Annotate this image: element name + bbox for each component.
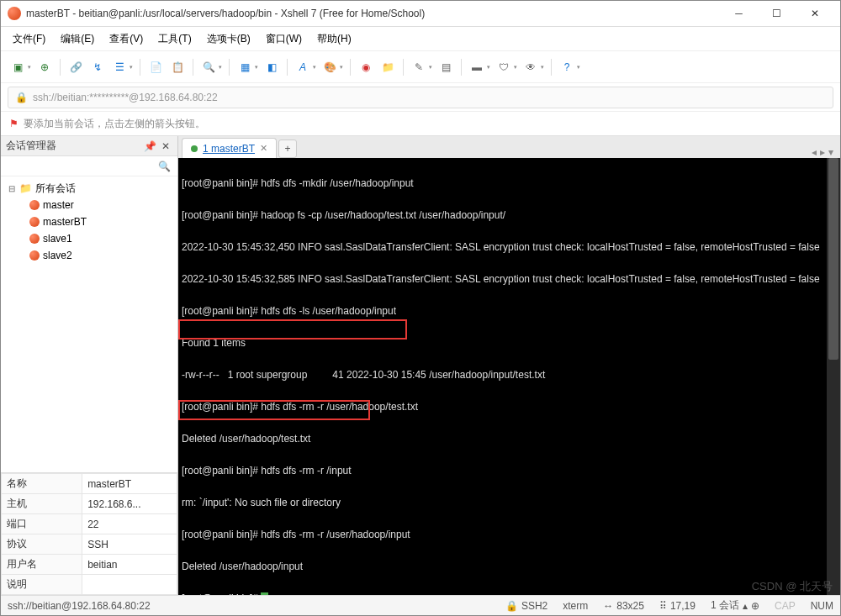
menu-tools[interactable]: 工具(T) [153,30,196,48]
tree-root[interactable]: ⊟ 📁 所有会话 [6,180,172,197]
lock-button[interactable]: 🛡 [494,57,514,77]
view-button[interactable]: 👁 [521,57,541,77]
menu-file[interactable]: 文件(F) [8,30,50,48]
lock-icon: 🔒 [505,600,518,612]
folder-icon: 📁 [19,182,32,194]
tab-add-button[interactable]: + [278,140,297,158]
session-icon [29,234,40,244]
tree-root-label: 所有会话 [35,182,76,196]
terminal-line: Deleted /user/hadoop/test.txt [182,431,837,447]
session-label: master [43,199,74,211]
status-size: 83x25 [616,600,644,612]
properties-button[interactable]: ◧ [262,57,282,77]
tab-close-icon[interactable]: ✕ [260,143,267,154]
prop-host-value: 192.168.6... [82,494,177,514]
font-button[interactable]: A [293,57,313,77]
prop-name-label: 名称 [2,474,82,494]
hint-text: 要添加当前会话，点击左侧的箭头按钮。 [24,117,205,131]
session-label: slave2 [43,250,72,261]
prop-host-label: 主机 [2,494,82,514]
session-manager: 会话管理器 📌 ✕ 🔍 ⊟ 📁 所有会话 master masterBT [1,136,178,595]
tabbar: 1 masterBT ✕ + ◂ ▸ ▾ [178,136,840,158]
session-manager-title: 会话管理器 [6,139,56,153]
app-icon [8,7,21,20]
status-connection: ssh://beitian@192.168.64.80:22 [8,600,151,612]
open-button[interactable]: ⊕ [34,57,55,77]
status-ssh: SSH2 [521,600,547,612]
session-item-slave2[interactable]: slave2 [6,247,172,264]
tab-masterbt[interactable]: 1 masterBT ✕ [182,138,277,158]
address-text: ssh://beitian:**********@192.168.64.80:2… [33,92,218,103]
terminal[interactable]: [root@panli bin]# hdfs dfs -mkdir /user/… [178,158,840,595]
lock-icon: 🔒 [15,92,28,103]
session-item-masterbt[interactable]: masterBT [6,213,172,230]
find-button[interactable]: 🔍 [198,57,219,77]
maximize-button[interactable]: ☐ [758,2,796,25]
terminal-line: rm: `/input': No such file or directory [182,495,837,511]
xftp-button[interactable]: 📁 [378,57,398,77]
terminal-line: -rw-r--r-- 1 root supergroup 41 2022-10-… [182,367,837,383]
session-icon [29,217,40,227]
status-sessions: 1 会话 [711,598,739,613]
xagent-button[interactable]: ◉ [356,57,376,77]
close-button[interactable]: ✕ [796,2,833,25]
tab-next-icon[interactable]: ▸ [820,146,825,158]
session-item-slave1[interactable]: slave1 [6,230,172,247]
compose-button[interactable]: ✎ [409,57,429,77]
tab-prev-icon[interactable]: ◂ [812,146,817,158]
session-icon [29,250,40,261]
menu-edit[interactable]: 编辑(E) [56,30,99,48]
menu-view[interactable]: 查看(V) [104,30,148,48]
terminal-scrollbar[interactable] [827,158,840,595]
session-label: slave1 [43,233,72,245]
prop-port-value: 22 [82,514,177,534]
tab-title: 1 masterBT [203,143,255,155]
hint-bar: ⚑ 要添加当前会话，点击左侧的箭头按钮。 [1,111,840,136]
disconnect-button[interactable]: ↯ [87,57,108,77]
help-button[interactable]: ? [557,57,577,77]
panel-close-icon[interactable]: ✕ [159,140,172,152]
minimize-button[interactable]: ─ [720,2,758,25]
highlight-button[interactable]: ▬ [467,57,487,77]
terminal-line: [root@panli bin]# [182,591,837,595]
status-cap: CAP [775,600,796,612]
addressbar: 🔒 ssh://beitian:**********@192.168.64.80… [1,82,840,111]
terminal-line: [root@panli bin]# hdfs dfs -ls /user/had… [182,303,837,319]
profiles-button[interactable]: ☰ [109,57,130,77]
session-item-master[interactable]: master [6,197,172,213]
session-icon [29,200,40,210]
paste-button[interactable]: 📋 [167,57,188,77]
menu-help[interactable]: 帮助(H) [312,30,357,48]
tab-list-icon[interactable]: ▾ [828,146,833,158]
color-scheme-button[interactable]: 🎨 [320,57,340,77]
status-term: xterm [563,600,588,612]
terminal-line: Deleted /user/hadoop/input [182,559,837,575]
cursor-icon [261,592,268,595]
session-search-row: 🔍 [1,156,177,176]
pin-icon[interactable]: 📌 [141,140,159,152]
toolbar: ▣▾ ⊕ 🔗 ↯ ☰▾ 📄 📋 🔍▾ ▦▾ ◧ A▾ 🎨▾ ◉ 📁 ✎▾ ▤ ▬… [1,50,840,82]
status-pos: 17,19 [670,600,696,612]
status-num: NUM [811,600,833,612]
script-button[interactable]: ▤ [436,57,456,77]
copy-button[interactable]: 📄 [145,57,166,77]
workspace: 会话管理器 📌 ✕ 🔍 ⊟ 📁 所有会话 master masterBT [1,136,840,595]
session-tree: ⊟ 📁 所有会话 master masterBT slave1 slave2 [1,176,177,472]
search-icon[interactable]: 🔍 [158,161,171,172]
menu-tabs[interactable]: 选项卡(B) [202,30,256,48]
terminal-line: [root@panli bin]# hdfs dfs -rm -r /input [182,463,837,479]
reconnect-button[interactable]: 🔗 [66,57,86,77]
main-area: 1 masterBT ✕ + ◂ ▸ ▾ [root@panli bin]# h… [178,136,840,595]
size-icon: ↔ [603,600,613,612]
menu-window[interactable]: 窗口(W) [261,30,307,48]
terminal-line: [root@panli bin]# hdfs dfs -rm -r /user/… [182,527,837,543]
prop-desc-value [82,575,177,595]
prop-port-label: 端口 [2,514,82,534]
new-session-button[interactable]: ▣ [8,57,28,77]
terminal-line: 2022-10-30 15:45:32,585 INFO sasl.SaslDa… [182,271,837,287]
scrollbar-thumb[interactable] [828,158,838,360]
prop-protocol-label: 协议 [2,534,82,555]
collapse-icon[interactable]: ⊟ [8,184,16,193]
address-input[interactable]: 🔒 ssh://beitian:**********@192.168.64.80… [8,87,833,108]
layout-button[interactable]: ▦ [235,57,255,77]
